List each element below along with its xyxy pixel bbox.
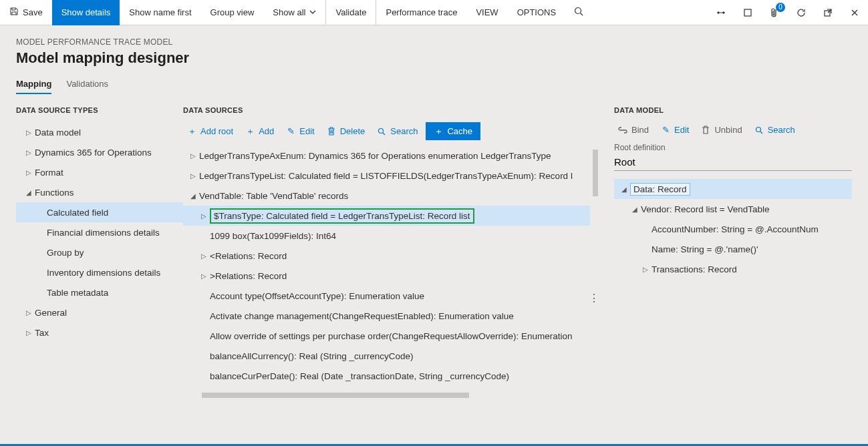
root-definition-label: Root definition (614, 143, 852, 152)
dm-row[interactable]: ◢Vendor: Record list = VendTable (614, 199, 852, 219)
attachment-badge: 0 (776, 3, 785, 12)
expanded-icon[interactable]: ◢ (187, 192, 199, 200)
data-sources-tree: ▷LedgerTransTypeAxEnum: Dynamics 365 for… (183, 146, 590, 386)
search-icon (754, 126, 764, 135)
collapsed-icon[interactable]: ▷ (187, 152, 199, 160)
chevron-down-icon (309, 7, 316, 17)
dst-child[interactable]: Group by (16, 242, 183, 262)
office-icon[interactable] (734, 0, 761, 25)
expanded-icon[interactable]: ◢ (23, 189, 35, 196)
data-model-toolbar: Bind ✎Edit Unbind Search (614, 122, 852, 138)
root-definition-input[interactable] (614, 154, 852, 171)
search-button[interactable]: Search (373, 124, 422, 139)
ds-row[interactable]: ▷<Relations: Record (183, 246, 590, 266)
scrollbar-horizontal[interactable] (202, 393, 469, 398)
data-model-heading: DATA MODEL (614, 106, 852, 114)
collapsed-icon[interactable]: ▷ (23, 129, 35, 136)
show-details-button[interactable]: Show details (52, 0, 120, 25)
ds-row[interactable]: balanceCurPerDate(): Real (Date _transac… (183, 366, 590, 386)
connector-icon[interactable] (708, 0, 734, 25)
ds-row[interactable]: ▷LedgerTransTypeList: Calculated field =… (183, 166, 590, 186)
dst-item[interactable]: ▷General (16, 302, 183, 322)
ds-row[interactable]: Activate change management(ChangeRequest… (183, 306, 590, 326)
trash-icon (327, 127, 336, 136)
search-button[interactable]: Search (750, 122, 799, 138)
perf-trace-button[interactable]: Performance trace (376, 0, 466, 25)
dst-child[interactable]: Financial dimensions details (16, 222, 183, 242)
ds-row[interactable]: balanceAllCurrency(): Real (String _curr… (183, 346, 590, 366)
expanded-icon[interactable]: ◢ (618, 186, 630, 193)
close-icon[interactable] (841, 0, 868, 25)
search-icon (574, 7, 583, 18)
attachment-icon[interactable]: 0 (761, 0, 788, 25)
refresh-icon[interactable] (788, 0, 815, 25)
ds-row-transtype[interactable]: ▷$TransType: Calculated field = LedgerTr… (183, 206, 590, 226)
dm-row[interactable]: ▷Transactions: Record (614, 259, 852, 279)
show-name-first-button[interactable]: Show name first (120, 0, 200, 25)
popout-icon[interactable] (815, 0, 841, 25)
collapsed-icon[interactable]: ▷ (198, 252, 210, 260)
collapsed-icon[interactable]: ▷ (198, 272, 210, 280)
group-view-button[interactable]: Group view (201, 0, 264, 25)
collapsed-icon[interactable]: ▷ (23, 169, 35, 176)
plus-icon: ＋ (187, 127, 196, 136)
link-icon (618, 126, 627, 135)
more-icon[interactable]: ⋮ (589, 293, 599, 304)
edit-button[interactable]: ✎Edit (657, 122, 693, 138)
scrollbar-vertical[interactable] (593, 150, 598, 196)
dm-row[interactable]: Name: String = @.'name()' (614, 239, 852, 259)
tab-mapping[interactable]: Mapping (16, 79, 51, 94)
show-all-label: Show all (273, 7, 305, 17)
dst-child-calculated-field[interactable]: Calculated field (16, 202, 183, 222)
add-button[interactable]: ＋Add (241, 124, 278, 139)
ds-row[interactable]: ▷LedgerTransTypeAxEnum: Dynamics 365 for… (183, 146, 590, 166)
save-label: Save (23, 7, 43, 17)
tab-validations[interactable]: Validations (66, 79, 108, 94)
unbind-button[interactable]: Unbind (697, 122, 746, 138)
topbar: Save Show details Show name first Group … (0, 0, 868, 25)
collapsed-icon[interactable]: ▷ (23, 309, 35, 316)
collapsed-icon[interactable]: ▷ (23, 329, 35, 337)
ds-row[interactable]: 1099 box(Tax1099Fields): Int64 (183, 226, 590, 246)
collapsed-icon[interactable]: ▷ (198, 212, 210, 220)
page-title: Model mapping designer (16, 49, 852, 67)
delete-button[interactable]: Delete (323, 124, 370, 139)
view-button[interactable]: VIEW (466, 0, 507, 25)
search-button[interactable] (565, 0, 592, 25)
expanded-icon[interactable]: ◢ (629, 206, 641, 213)
svg-rect-3 (744, 9, 751, 16)
dst-item[interactable]: ◢Functions (16, 182, 183, 202)
add-root-button[interactable]: ＋Add root (183, 124, 237, 139)
topbar-right: 0 (708, 0, 868, 25)
dst-child[interactable]: Inventory dimensions details (16, 262, 183, 282)
data-model-tree: ◢Data: Record ◢Vendor: Record list = Ven… (614, 179, 852, 279)
trash-icon (701, 126, 710, 135)
options-button[interactable]: OPTIONS (508, 0, 566, 25)
pencil-icon: ✎ (661, 126, 670, 135)
dm-row[interactable]: AccountNumber: String = @.AccountNum (614, 219, 852, 239)
collapsed-icon[interactable]: ▷ (187, 172, 199, 180)
bind-button[interactable]: Bind (614, 122, 653, 138)
ds-row[interactable]: ▷>Relations: Record (183, 266, 590, 286)
edit-button[interactable]: ✎Edit (282, 124, 318, 139)
save-button[interactable]: Save (0, 0, 52, 25)
dst-item[interactable]: ▷Data model (16, 122, 183, 142)
show-all-dropdown[interactable]: Show all (263, 0, 325, 25)
ds-row[interactable]: Allow override of settings per purchase … (183, 326, 590, 346)
dst-child[interactable]: Table metadata (16, 282, 183, 302)
dst-item[interactable]: ▷Tax (16, 322, 183, 343)
collapsed-icon[interactable]: ▷ (639, 266, 652, 273)
data-source-types-heading: DATA SOURCE TYPES (16, 106, 183, 114)
dst-item[interactable]: ▷Format (16, 162, 183, 182)
cache-button[interactable]: ＋Cache (426, 122, 480, 140)
tabs: Mapping Validations (16, 79, 852, 94)
validate-button[interactable]: Validate (325, 0, 376, 25)
ds-row[interactable]: Account type(OffsetAccountType): Enumera… (183, 286, 590, 306)
dst-item[interactable]: ▷Dynamics 365 for Operations (16, 142, 183, 162)
pencil-icon: ✎ (286, 127, 295, 136)
data-sources-toolbar: ＋Add root ＋Add ✎Edit Delete Search ＋Cach… (183, 122, 598, 140)
plus-icon: ＋ (245, 127, 255, 136)
dm-row-data[interactable]: ◢Data: Record (614, 179, 852, 199)
ds-row[interactable]: ◢VendTable: Table 'VendTable' records (183, 186, 590, 206)
collapsed-icon[interactable]: ▷ (23, 149, 35, 156)
